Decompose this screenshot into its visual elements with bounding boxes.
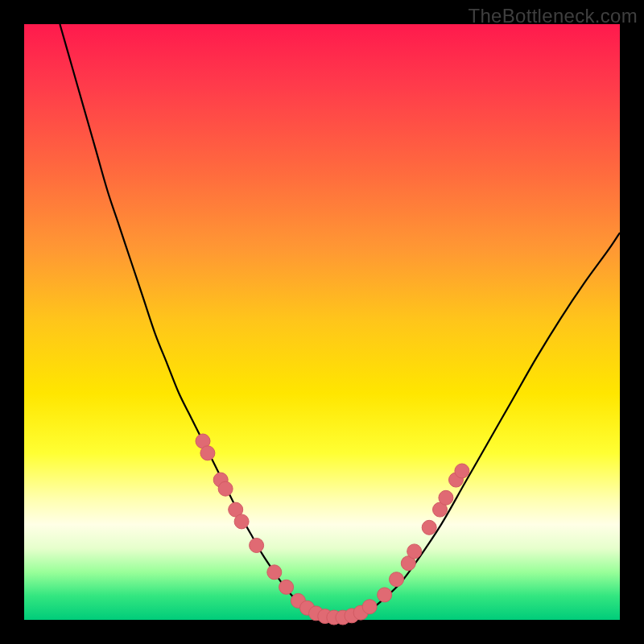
data-marker [407,544,422,559]
data-marker [267,565,282,580]
data-marker [439,490,453,505]
data-marker [390,572,404,587]
plot-area [24,24,620,620]
bottleneck-curve [60,24,620,617]
data-marker [378,588,392,602]
chart-svg [24,24,620,620]
data-marker [218,481,233,496]
data-marker [200,446,215,460]
data-marker [422,520,436,535]
data-marker [362,600,377,614]
data-marker [279,580,294,594]
data-marker [250,539,264,553]
data-marker [455,464,469,478]
chart-frame: TheBottleneck.com [0,0,644,644]
data-markers [196,434,469,625]
data-marker [234,514,249,529]
